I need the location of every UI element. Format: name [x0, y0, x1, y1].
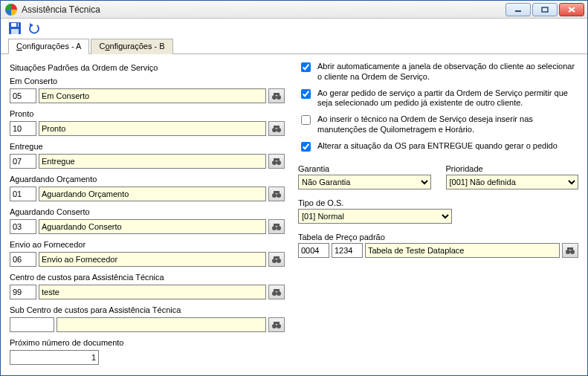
tabela-preco-desc[interactable]	[365, 243, 560, 258]
toolbar	[1, 19, 587, 38]
tab-config-b[interactable]: Configurações - B	[91, 39, 172, 54]
svg-rect-11	[274, 93, 280, 95]
tipo-os-select[interactable]: [01] Normal	[298, 209, 452, 224]
aguardando-conserto-desc[interactable]	[39, 219, 266, 234]
tab-a-label-rest: onfigurações - A	[22, 42, 82, 51]
aguardando-conserto-code[interactable]	[10, 219, 36, 234]
proximo-numero-input[interactable]	[10, 350, 99, 365]
svg-point-18	[272, 193, 277, 198]
app-icon	[5, 4, 17, 16]
svg-point-13	[277, 128, 281, 132]
envio-fornecedor-lookup[interactable]	[268, 252, 285, 267]
svg-point-30	[272, 324, 277, 328]
svg-rect-26	[274, 256, 280, 259]
centro-custos-label: Centro de custos para Assistência Técnic…	[10, 273, 285, 282]
svg-point-15	[272, 161, 277, 165]
section-title: Situações Padrões da Ordem de Serviço	[10, 63, 285, 72]
svg-rect-1	[542, 7, 548, 12]
close-button[interactable]	[559, 3, 584, 16]
svg-point-24	[272, 259, 277, 263]
centro-custos-code[interactable]	[10, 285, 36, 299]
prioridade-label: Prioridade	[446, 164, 579, 173]
svg-point-31	[277, 324, 281, 328]
em-conserto-desc[interactable]	[39, 88, 266, 103]
aguardando-conserto-label: Aguardando Conserto	[10, 207, 285, 216]
em-conserto-code[interactable]	[10, 88, 36, 103]
svg-point-34	[570, 250, 575, 254]
svg-marker-8	[30, 23, 33, 27]
chk-alterar-situacao-label: Alterar a situação da OS para ENTREGUE q…	[317, 141, 578, 152]
tipo-os-label: Tipo de O.S.	[298, 198, 578, 207]
svg-point-9	[272, 95, 277, 100]
svg-rect-23	[274, 224, 280, 226]
entregue-label: Entregue	[10, 142, 285, 151]
entregue-lookup[interactable]	[268, 154, 285, 169]
pronto-lookup[interactable]	[268, 121, 285, 136]
envio-fornecedor-label: Envio ao Fornecedor	[10, 240, 285, 249]
sub-centro-custos-lookup[interactable]	[268, 317, 285, 332]
svg-point-19	[277, 193, 281, 198]
svg-rect-7	[16, 23, 18, 27]
pronto-label: Pronto	[10, 109, 285, 118]
envio-fornecedor-desc[interactable]	[39, 252, 266, 267]
tab-b-label-rest: nfigurações - B	[110, 42, 165, 51]
envio-fornecedor-code[interactable]	[10, 252, 36, 267]
chk-gerar-pedido-label: Ao gerar pedido de serviço a partir da O…	[317, 88, 578, 109]
em-conserto-lookup[interactable]	[268, 88, 285, 103]
garantia-label: Garantia	[298, 164, 431, 173]
svg-point-12	[272, 128, 277, 132]
svg-point-27	[272, 291, 277, 296]
svg-rect-29	[274, 289, 280, 291]
sub-centro-custos-desc[interactable]	[56, 317, 266, 332]
chk-inserir-tecnico[interactable]	[301, 115, 311, 125]
svg-rect-6	[11, 29, 19, 34]
svg-point-22	[277, 226, 281, 230]
svg-point-21	[272, 226, 277, 230]
aguardando-orcamento-label: Aguardando Orçamento	[10, 175, 285, 184]
tabela-preco-lookup[interactable]	[562, 243, 578, 258]
chk-gerar-pedido[interactable]	[301, 89, 311, 99]
svg-point-25	[277, 259, 281, 263]
sub-centro-custos-code[interactable]	[10, 317, 54, 332]
undo-button[interactable]	[28, 22, 41, 35]
titlebar: Assistência Técnica	[1, 1, 587, 19]
svg-point-33	[566, 250, 570, 254]
proximo-numero-label: Próximo número de documento	[10, 338, 285, 347]
sub-centro-custos-label: Sub Centro de custos para Assistência Té…	[10, 305, 285, 314]
minimize-button[interactable]	[505, 3, 531, 16]
svg-point-16	[277, 161, 281, 165]
chk-abrir-observacao-label: Abrir automaticamente a janela de observ…	[317, 62, 578, 82]
svg-rect-17	[274, 158, 280, 161]
pronto-code[interactable]	[10, 121, 36, 136]
centro-custos-lookup[interactable]	[268, 285, 285, 299]
maximize-button[interactable]	[532, 3, 558, 16]
aguardando-orcamento-desc[interactable]	[39, 187, 266, 201]
svg-rect-32	[274, 322, 280, 324]
chk-alterar-situacao[interactable]	[301, 142, 311, 152]
aguardando-conserto-lookup[interactable]	[268, 219, 285, 234]
aguardando-orcamento-code[interactable]	[10, 187, 36, 201]
tabela-preco-code1[interactable]	[298, 243, 329, 258]
svg-point-10	[277, 95, 281, 100]
prioridade-select[interactable]: [001] Não definida	[446, 175, 579, 189]
em-conserto-label: Em Conserto	[10, 77, 285, 85]
window-title: Assistência Técnica	[22, 4, 505, 15]
entregue-desc[interactable]	[39, 154, 266, 169]
aguardando-orcamento-lookup[interactable]	[268, 187, 285, 201]
tabela-preco-code2[interactable]	[332, 243, 363, 258]
svg-rect-14	[274, 126, 280, 128]
chk-abrir-observacao[interactable]	[301, 62, 311, 72]
tab-bar: Configurações - A Configurações - B	[1, 38, 587, 54]
garantia-select[interactable]: Não Garantia	[298, 175, 431, 189]
svg-point-28	[277, 291, 281, 296]
svg-rect-20	[274, 191, 280, 193]
chk-inserir-tecnico-label: Ao inserir o técnico na Ordem de Serviço…	[317, 114, 578, 135]
pronto-desc[interactable]	[39, 121, 266, 136]
save-button[interactable]	[8, 22, 22, 35]
entregue-code[interactable]	[10, 154, 36, 169]
tabela-preco-label: Tabela de Preço padrão	[298, 233, 578, 242]
svg-rect-35	[567, 247, 573, 250]
centro-custos-desc[interactable]	[39, 285, 266, 299]
tab-config-a[interactable]: Configurações - A	[8, 39, 89, 54]
